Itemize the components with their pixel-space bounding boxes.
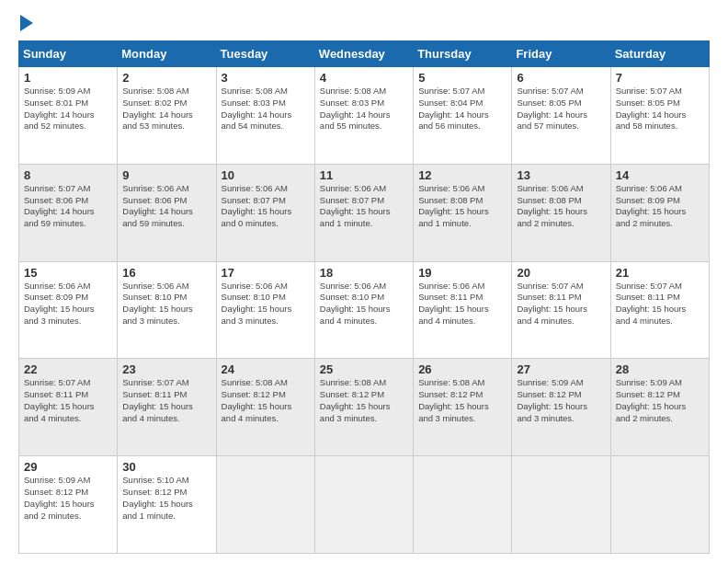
calendar-cell: 18Sunrise: 5:06 AM Sunset: 8:10 PM Dayli…	[314, 261, 413, 359]
day-number: 30	[122, 460, 210, 474]
day-info: Sunrise: 5:07 AM Sunset: 8:11 PM Dayligh…	[24, 377, 112, 424]
day-number: 12	[418, 168, 506, 182]
calendar-cell: 3Sunrise: 5:08 AM Sunset: 8:03 PM Daylig…	[216, 67, 314, 165]
day-info: Sunrise: 5:10 AM Sunset: 8:12 PM Dayligh…	[122, 475, 210, 522]
calendar-cell	[414, 456, 512, 554]
day-number: 1	[24, 71, 112, 85]
day-number: 3	[222, 71, 310, 85]
calendar-cell: 29Sunrise: 5:09 AM Sunset: 8:12 PM Dayli…	[19, 456, 118, 554]
calendar-cell: 17Sunrise: 5:06 AM Sunset: 8:10 PM Dayli…	[216, 261, 314, 359]
day-number: 5	[418, 71, 506, 85]
calendar-cell: 10Sunrise: 5:06 AM Sunset: 8:07 PM Dayli…	[216, 164, 314, 261]
day-info: Sunrise: 5:07 AM Sunset: 8:05 PM Dayligh…	[517, 86, 605, 132]
weekday-header-tuesday: Tuesday	[216, 41, 314, 67]
day-info: Sunrise: 5:06 AM Sunset: 8:09 PM Dayligh…	[616, 183, 704, 230]
calendar-cell: 12Sunrise: 5:06 AM Sunset: 8:08 PM Dayli…	[414, 164, 512, 261]
weekday-header-monday: Monday	[118, 41, 216, 67]
day-info: Sunrise: 5:09 AM Sunset: 8:01 PM Dayligh…	[24, 86, 112, 132]
calendar-cell: 1Sunrise: 5:09 AM Sunset: 8:01 PM Daylig…	[19, 67, 118, 165]
calendar-cell: 30Sunrise: 5:10 AM Sunset: 8:12 PM Dayli…	[118, 456, 216, 554]
day-number: 18	[320, 266, 408, 280]
day-number: 25	[320, 362, 408, 376]
weekday-header-friday: Friday	[512, 41, 610, 67]
calendar-cell	[512, 456, 610, 554]
day-number: 23	[122, 362, 210, 376]
day-info: Sunrise: 5:07 AM Sunset: 8:11 PM Dayligh…	[517, 281, 605, 327]
day-number: 8	[24, 168, 112, 182]
day-info: Sunrise: 5:08 AM Sunset: 8:03 PM Dayligh…	[222, 86, 310, 132]
calendar-cell: 4Sunrise: 5:08 AM Sunset: 8:03 PM Daylig…	[314, 67, 413, 165]
calendar-cell: 15Sunrise: 5:06 AM Sunset: 8:09 PM Dayli…	[19, 261, 118, 359]
calendar-cell: 25Sunrise: 5:08 AM Sunset: 8:12 PM Dayli…	[314, 359, 413, 456]
calendar-row: 22Sunrise: 5:07 AM Sunset: 8:11 PM Dayli…	[19, 359, 710, 456]
calendar-cell: 2Sunrise: 5:08 AM Sunset: 8:02 PM Daylig…	[118, 67, 216, 165]
day-number: 15	[24, 266, 112, 280]
calendar-cell: 8Sunrise: 5:07 AM Sunset: 8:06 PM Daylig…	[19, 164, 118, 261]
calendar-cell: 5Sunrise: 5:07 AM Sunset: 8:04 PM Daylig…	[414, 67, 512, 165]
day-info: Sunrise: 5:07 AM Sunset: 8:11 PM Dayligh…	[122, 377, 210, 424]
calendar-table: SundayMondayTuesdayWednesdayThursdayFrid…	[18, 40, 710, 554]
day-info: Sunrise: 5:06 AM Sunset: 8:10 PM Dayligh…	[122, 281, 210, 327]
logo	[18, 17, 33, 31]
calendar-cell: 24Sunrise: 5:08 AM Sunset: 8:12 PM Dayli…	[216, 359, 314, 456]
calendar-cell: 22Sunrise: 5:07 AM Sunset: 8:11 PM Dayli…	[19, 359, 118, 456]
day-info: Sunrise: 5:06 AM Sunset: 8:08 PM Dayligh…	[517, 183, 605, 230]
calendar-cell: 28Sunrise: 5:09 AM Sunset: 8:12 PM Dayli…	[610, 359, 709, 456]
day-number: 19	[418, 266, 506, 280]
header	[18, 17, 710, 31]
calendar-cell: 6Sunrise: 5:07 AM Sunset: 8:05 PM Daylig…	[512, 67, 610, 165]
calendar-cell: 14Sunrise: 5:06 AM Sunset: 8:09 PM Dayli…	[610, 164, 709, 261]
weekday-header-saturday: Saturday	[610, 41, 709, 67]
calendar-cell: 20Sunrise: 5:07 AM Sunset: 8:11 PM Dayli…	[512, 261, 610, 359]
day-number: 28	[616, 362, 704, 376]
calendar-cell	[314, 456, 413, 554]
calendar-cell: 9Sunrise: 5:06 AM Sunset: 8:06 PM Daylig…	[118, 164, 216, 261]
day-number: 26	[418, 362, 506, 376]
day-number: 21	[616, 266, 704, 280]
calendar-cell: 19Sunrise: 5:06 AM Sunset: 8:11 PM Dayli…	[414, 261, 512, 359]
calendar-cell: 16Sunrise: 5:06 AM Sunset: 8:10 PM Dayli…	[118, 261, 216, 359]
day-info: Sunrise: 5:08 AM Sunset: 8:12 PM Dayligh…	[222, 377, 310, 424]
day-info: Sunrise: 5:07 AM Sunset: 8:06 PM Dayligh…	[24, 183, 112, 230]
day-number: 10	[222, 168, 310, 182]
day-number: 22	[24, 362, 112, 376]
day-number: 9	[122, 168, 210, 182]
day-info: Sunrise: 5:06 AM Sunset: 8:10 PM Dayligh…	[222, 281, 310, 327]
weekday-header-sunday: Sunday	[19, 41, 118, 67]
calendar-row: 29Sunrise: 5:09 AM Sunset: 8:12 PM Dayli…	[19, 456, 710, 554]
day-number: 4	[320, 71, 408, 85]
calendar-cell: 21Sunrise: 5:07 AM Sunset: 8:11 PM Dayli…	[610, 261, 709, 359]
day-info: Sunrise: 5:09 AM Sunset: 8:12 PM Dayligh…	[517, 377, 605, 424]
day-number: 20	[517, 266, 605, 280]
day-info: Sunrise: 5:07 AM Sunset: 8:05 PM Dayligh…	[616, 86, 704, 132]
calendar-row: 1Sunrise: 5:09 AM Sunset: 8:01 PM Daylig…	[19, 67, 710, 165]
calendar-cell	[216, 456, 314, 554]
day-number: 17	[222, 266, 310, 280]
day-info: Sunrise: 5:06 AM Sunset: 8:07 PM Dayligh…	[320, 183, 408, 230]
calendar-cell: 11Sunrise: 5:06 AM Sunset: 8:07 PM Dayli…	[314, 164, 413, 261]
day-number: 24	[222, 362, 310, 376]
day-info: Sunrise: 5:08 AM Sunset: 8:12 PM Dayligh…	[418, 377, 506, 424]
day-number: 11	[320, 168, 408, 182]
day-info: Sunrise: 5:06 AM Sunset: 8:06 PM Dayligh…	[122, 183, 210, 230]
day-info: Sunrise: 5:06 AM Sunset: 8:10 PM Dayligh…	[320, 281, 408, 327]
day-info: Sunrise: 5:06 AM Sunset: 8:07 PM Dayligh…	[222, 183, 310, 230]
day-number: 14	[616, 168, 704, 182]
calendar-row: 8Sunrise: 5:07 AM Sunset: 8:06 PM Daylig…	[19, 164, 710, 261]
day-number: 13	[517, 168, 605, 182]
calendar-cell: 13Sunrise: 5:06 AM Sunset: 8:08 PM Dayli…	[512, 164, 610, 261]
calendar-row: 15Sunrise: 5:06 AM Sunset: 8:09 PM Dayli…	[19, 261, 710, 359]
page: SundayMondayTuesdayWednesdayThursdayFrid…	[0, 0, 728, 563]
calendar-cell: 7Sunrise: 5:07 AM Sunset: 8:05 PM Daylig…	[610, 67, 709, 165]
day-info: Sunrise: 5:07 AM Sunset: 8:04 PM Dayligh…	[418, 86, 506, 132]
weekday-header-thursday: Thursday	[414, 41, 512, 67]
calendar-cell: 23Sunrise: 5:07 AM Sunset: 8:11 PM Dayli…	[118, 359, 216, 456]
day-number: 2	[122, 71, 210, 85]
day-number: 27	[517, 362, 605, 376]
day-info: Sunrise: 5:08 AM Sunset: 8:03 PM Dayligh…	[320, 86, 408, 132]
day-info: Sunrise: 5:08 AM Sunset: 8:12 PM Dayligh…	[320, 377, 408, 424]
day-info: Sunrise: 5:06 AM Sunset: 8:08 PM Dayligh…	[418, 183, 506, 230]
day-number: 29	[24, 460, 112, 474]
day-info: Sunrise: 5:07 AM Sunset: 8:11 PM Dayligh…	[616, 281, 704, 327]
weekday-header-wednesday: Wednesday	[314, 41, 413, 67]
